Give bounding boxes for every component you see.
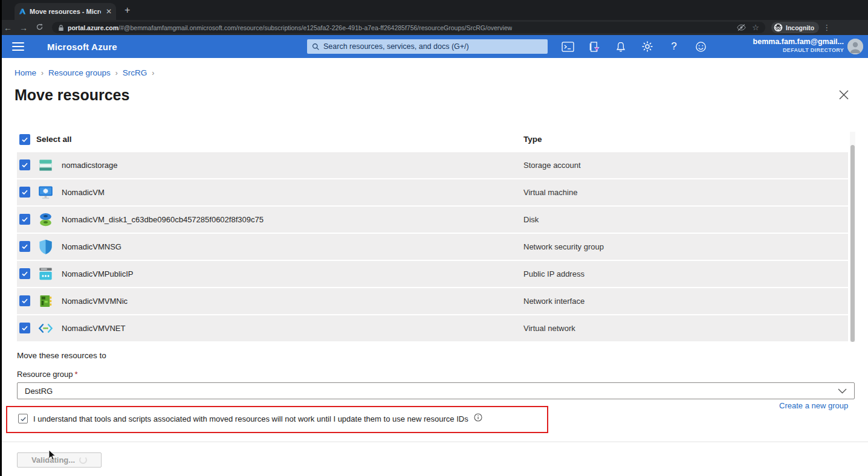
cloud-shell-icon[interactable] bbox=[561, 40, 574, 53]
account-email: bemma.fam.fam@gmail... bbox=[753, 37, 844, 47]
directory-filter-icon[interactable] bbox=[588, 40, 601, 53]
resource-name: NomadicVMVMNic bbox=[62, 297, 128, 306]
resource-type: Network interface bbox=[523, 297, 585, 306]
search-icon bbox=[312, 43, 320, 51]
row-checkbox[interactable] bbox=[19, 187, 30, 198]
table-row[interactable]: NomadicVM_disk1_c63dbe0960cb457285f0602f… bbox=[17, 207, 848, 233]
scrollbar[interactable] bbox=[850, 132, 855, 342]
breadcrumb-resource-groups[interactable]: Resource groups bbox=[48, 68, 111, 77]
table-row[interactable]: NomadicVMVNET Virtual network bbox=[17, 315, 848, 341]
close-icon[interactable] bbox=[838, 89, 850, 101]
new-tab-button[interactable]: + bbox=[125, 5, 130, 16]
resource-group-dropdown[interactable]: DestRG bbox=[17, 382, 855, 399]
url-path: /#@bemmafamfamgmail.onmicrosoft.com/reso… bbox=[118, 24, 512, 31]
global-search[interactable] bbox=[307, 39, 548, 54]
azure-header: Microsoft Azure ? bemma.fam.fam@gmail...… bbox=[0, 35, 868, 58]
select-all-checkbox[interactable] bbox=[19, 134, 30, 145]
scrollbar-thumb[interactable] bbox=[850, 145, 855, 342]
move-section-heading: Move these resources to bbox=[17, 351, 106, 360]
azure-logo[interactable]: Microsoft Azure bbox=[47, 42, 117, 52]
dropdown-value: DestRG bbox=[25, 387, 53, 396]
row-checkbox[interactable] bbox=[19, 159, 30, 170]
breadcrumb-separator: › bbox=[115, 69, 118, 77]
row-checkbox[interactable] bbox=[19, 268, 30, 279]
incognito-badge: Incognito bbox=[771, 22, 819, 33]
mouse-cursor bbox=[48, 449, 57, 463]
spinner-icon bbox=[79, 456, 87, 464]
address-bar[interactable]: portal.azure.com/#@bemmafamfamgmail.onmi… bbox=[52, 22, 765, 33]
virtual-network-icon bbox=[37, 320, 54, 336]
resource-name: nomadicstorage bbox=[62, 161, 118, 170]
row-checkbox[interactable] bbox=[19, 241, 30, 252]
help-icon[interactable]: ? bbox=[667, 40, 681, 53]
azure-portal-window: Move resources - Microsoft Az ✕ + ← → po… bbox=[0, 0, 868, 476]
resource-name: NomadicVM bbox=[62, 188, 105, 197]
storage-account-icon bbox=[37, 157, 54, 173]
notifications-bell-icon[interactable] bbox=[614, 40, 627, 53]
acknowledgment-checkbox[interactable] bbox=[18, 414, 28, 423]
browser-tab-strip: Move resources - Microsoft Az ✕ + bbox=[0, 0, 868, 20]
row-checkbox[interactable] bbox=[19, 323, 30, 333]
resource-name: NomadicVM_disk1_c63dbe0960cb457285f0602f… bbox=[62, 215, 264, 224]
table-header-row: Select all Type bbox=[17, 132, 848, 150]
eye-off-icon[interactable] bbox=[737, 24, 746, 31]
url-text: portal.azure.com/#@bemmafamfamgmail.onmi… bbox=[68, 24, 512, 31]
row-checkbox[interactable] bbox=[19, 295, 30, 306]
bookmark-star-icon[interactable]: ☆ bbox=[752, 23, 759, 32]
resource-type: Public IP address bbox=[523, 269, 585, 278]
incognito-label: Incognito bbox=[786, 24, 814, 31]
settings-gear-icon[interactable] bbox=[641, 40, 654, 53]
create-new-group-link[interactable]: Create a new group bbox=[779, 401, 848, 410]
info-icon[interactable] bbox=[474, 413, 482, 424]
page-title: Move resources bbox=[15, 86, 129, 104]
azure-favicon-icon bbox=[19, 8, 26, 15]
chevron-down-icon bbox=[838, 385, 847, 396]
breadcrumb-separator: › bbox=[152, 69, 154, 77]
resource-type: Virtual machine bbox=[523, 188, 577, 197]
resource-type: Storage account bbox=[523, 161, 581, 170]
incognito-icon bbox=[774, 23, 783, 32]
table-row[interactable]: NomadicVMPublicIP Public IP address bbox=[17, 261, 848, 287]
feedback-smiley-icon[interactable] bbox=[694, 40, 707, 53]
resource-group-label: Resource group* bbox=[17, 370, 78, 379]
required-marker: * bbox=[75, 370, 78, 379]
table-row[interactable]: NomadicVM Virtual machine bbox=[17, 179, 848, 205]
network-security-group-icon bbox=[37, 239, 54, 255]
validate-button[interactable]: Validating... bbox=[17, 452, 102, 468]
disk-icon bbox=[37, 211, 54, 228]
resource-type: Network security group bbox=[523, 242, 604, 251]
row-checkbox[interactable] bbox=[19, 214, 30, 225]
browser-tab[interactable]: Move resources - Microsoft Az ✕ bbox=[15, 3, 116, 20]
footer-divider bbox=[0, 442, 868, 442]
breadcrumb: Home › Resource groups › SrcRG › bbox=[15, 68, 154, 77]
browser-toolbar: ← → portal.azure.com/#@bemmafamfamgmail.… bbox=[0, 20, 868, 35]
resource-name: NomadicVMVNET bbox=[62, 324, 125, 333]
resource-name: NomadicVMPublicIP bbox=[62, 269, 134, 278]
avatar[interactable] bbox=[847, 39, 863, 54]
account-info[interactable]: bemma.fam.fam@gmail... DEFAULT DIRECTORY bbox=[753, 37, 844, 54]
breadcrumb-separator: › bbox=[41, 69, 44, 77]
type-column-header: Type bbox=[523, 135, 542, 144]
resource-type: Disk bbox=[523, 215, 539, 224]
resource-group-label-text: Resource group bbox=[17, 370, 73, 379]
table-row[interactable]: NomadicVMVMNic Network interface bbox=[17, 288, 848, 314]
back-icon[interactable]: ← bbox=[0, 23, 16, 33]
breadcrumb-home[interactable]: Home bbox=[15, 68, 36, 77]
public-ip-icon bbox=[37, 266, 54, 282]
select-all-label: Select all bbox=[36, 135, 72, 144]
screen-left-border bbox=[0, 0, 2, 476]
acknowledgment-text: I understand that tools and scripts asso… bbox=[33, 414, 468, 423]
browser-menu-icon[interactable]: ⋮ bbox=[823, 23, 831, 32]
resource-name: NomadicVMNSG bbox=[62, 242, 121, 251]
lock-icon bbox=[58, 24, 64, 31]
hamburger-menu-icon[interactable] bbox=[12, 42, 24, 51]
account-directory: DEFAULT DIRECTORY bbox=[753, 47, 844, 54]
search-input[interactable] bbox=[323, 42, 543, 51]
tab-close-icon[interactable]: ✕ bbox=[106, 7, 112, 16]
table-row[interactable]: NomadicVMNSG Network security group bbox=[17, 234, 848, 260]
breadcrumb-srcrg[interactable]: SrcRG bbox=[123, 68, 147, 77]
refresh-icon[interactable] bbox=[31, 23, 47, 33]
virtual-machine-icon bbox=[37, 184, 54, 201]
table-row[interactable]: nomadicstorage Storage account bbox=[17, 152, 848, 178]
forward-icon[interactable]: → bbox=[16, 23, 31, 33]
